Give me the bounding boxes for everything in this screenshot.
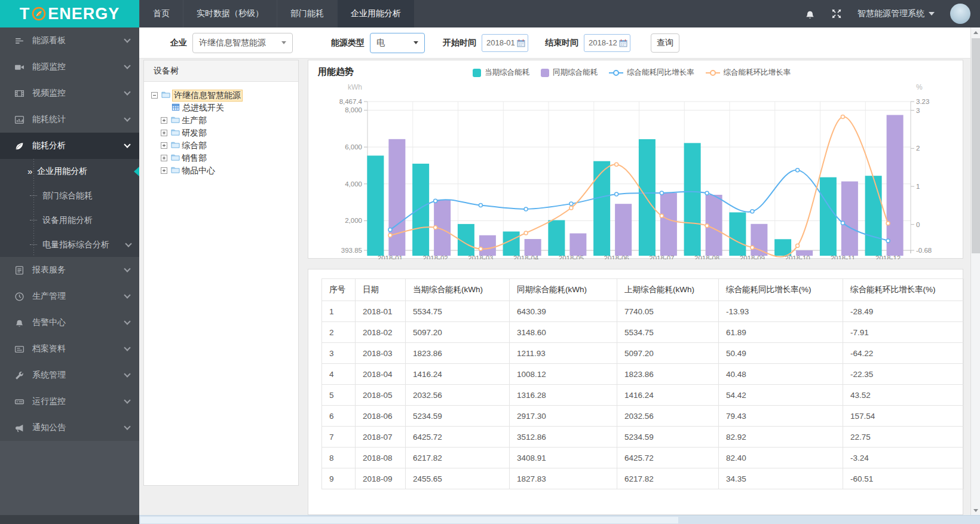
tree-node-0[interactable]: 许继信息智慧能源 <box>151 89 298 102</box>
sidebar-item-3[interactable]: 能耗统计 <box>0 106 139 133</box>
table-row: 62018-065234.592917.302032.5679.43157.54 <box>322 406 964 427</box>
sidebar-item-7[interactable]: 告警中心 <box>0 310 139 336</box>
scroll-up-arrow[interactable] <box>971 27 980 37</box>
tree-node-1[interactable]: 总进线开关 <box>170 102 298 114</box>
folder-icon <box>161 90 170 99</box>
archive-icon <box>14 344 24 354</box>
sidebar-item-4[interactable]: 能耗分析 <box>0 133 139 159</box>
table-cell: 1008.12 <box>510 364 617 385</box>
chevron-down-icon <box>414 41 418 44</box>
tree-node-4[interactable]: 综合部 <box>161 139 298 152</box>
sidebar-item-6[interactable]: 生产管理 <box>0 283 139 310</box>
energy-data-table: 序号日期当期综合能耗(kWh)同期综合能耗(kWh)上期综合能耗(kWh)综合能… <box>321 278 964 489</box>
table-cell: 6217.82 <box>406 448 510 468</box>
start-date-value: 2018-01 <box>486 38 517 47</box>
vertical-scrollbar[interactable] <box>970 27 980 515</box>
fullscreen-icon[interactable] <box>831 8 842 19</box>
energy-type-select[interactable]: 电 <box>370 33 425 53</box>
megaphone-icon <box>14 423 24 433</box>
sidebar-subitem-1[interactable]: 部门综合能耗 <box>0 183 139 208</box>
avatar[interactable] <box>950 4 970 24</box>
device-tree-title: 设备树 <box>144 60 298 82</box>
sidebar-item-10[interactable]: 运行监控 <box>0 388 139 415</box>
tree-expand-minus-icon[interactable] <box>151 92 158 99</box>
table-cell: 2018-08 <box>356 448 406 468</box>
horizontal-scrollbar[interactable] <box>139 515 980 524</box>
sidebar-item-11[interactable]: 通知公告 <box>0 415 139 441</box>
tree-node-label: 生产部 <box>182 115 207 126</box>
nav-item-dept-energy[interactable]: 部门能耗 <box>277 0 337 27</box>
sidebar-item-0[interactable]: 能源看板 <box>0 27 139 54</box>
notification-bell-icon[interactable] <box>804 8 816 20</box>
sidebar-item-5[interactable]: 报表服务 <box>0 257 139 283</box>
table-cell: 1416.24 <box>617 385 719 406</box>
query-button[interactable]: 查询 <box>651 33 679 53</box>
table-cell: 1416.24 <box>406 364 510 385</box>
sidebar-item-label: 能源监控 <box>32 62 125 72</box>
energy-type-label: 能源类型 <box>331 38 365 48</box>
table-cell: 1316.28 <box>510 385 617 406</box>
app-root: TENERGY 首页 实时数据（秒级） 部门能耗 企业用能分析 智慧能源管理系统… <box>0 0 980 524</box>
leaf-icon <box>14 141 24 151</box>
table-header-cell: 综合能耗环比增长率(%) <box>843 279 964 301</box>
svg-text:8,000: 8,000 <box>345 106 362 114</box>
tree-node-label: 销售部 <box>182 153 207 164</box>
user-menu[interactable]: 智慧能源管理系统 <box>858 8 935 19</box>
tree-node-6[interactable]: 物品中心 <box>161 164 298 177</box>
wrench-icon <box>14 370 24 381</box>
sidebar-subitem-2[interactable]: 设备用能分析 <box>0 208 139 232</box>
chevron-down-icon <box>124 344 130 351</box>
sidebar-subitem-3[interactable]: 电量指标综合分析 <box>0 232 139 257</box>
chart-panel: 用能趋势 当期综合能耗同期综合能耗综合能耗同比增长率综合能耗环比增长率 8,46… <box>308 60 963 259</box>
report-icon <box>14 265 24 275</box>
table-cell: 5234.59 <box>406 406 510 427</box>
table-cell: 2032.56 <box>406 385 510 406</box>
chevron-down-icon <box>124 265 130 272</box>
tree-expand-plus-icon[interactable] <box>161 130 167 136</box>
tree-expand-plus-icon[interactable] <box>161 142 167 149</box>
tree-expand-plus-icon[interactable] <box>161 117 167 124</box>
scroll-down-arrow[interactable] <box>971 505 980 515</box>
table-cell: 2018-07 <box>356 427 406 448</box>
tree-node-5[interactable]: 销售部 <box>161 152 298 164</box>
sidebar-item-label: 能源看板 <box>32 35 125 46</box>
tree-expand-plus-icon[interactable] <box>161 167 167 174</box>
vertical-scroll-thumb[interactable] <box>972 38 980 253</box>
table-cell: 6425.72 <box>617 448 719 468</box>
sidebar-item-9[interactable]: 系统管理 <box>0 362 139 388</box>
svg-text:2018-08: 2018-08 <box>694 255 719 259</box>
company-select[interactable]: 许继信息智慧能源 <box>192 33 293 53</box>
table-cell: 5 <box>322 385 356 406</box>
svg-text:2018-12: 2018-12 <box>875 255 901 259</box>
sidebar-item-1[interactable]: 能源监控 <box>0 54 139 80</box>
sidebar-item-2[interactable]: 视频监控 <box>0 80 139 106</box>
nav-item-enterprise-analysis[interactable]: 企业用能分析 <box>337 0 414 27</box>
table-cell: 2 <box>322 322 356 343</box>
svg-text:2018-04: 2018-04 <box>513 255 539 259</box>
sidebar-subitem-0[interactable]: » 企业用能分析 <box>0 159 139 183</box>
table-cell: -64.22 <box>843 343 964 364</box>
sidebar-item-8[interactable]: 档案资料 <box>0 336 139 362</box>
camera-icon <box>14 62 24 72</box>
logo-leaf-icon <box>32 7 46 21</box>
svg-text:%: % <box>916 83 923 91</box>
nav-item-realtime[interactable]: 实时数据（秒级） <box>183 0 277 27</box>
table-cell: 4 <box>322 364 356 385</box>
tree-expand-plus-icon[interactable] <box>161 155 167 161</box>
horizontal-scroll-thumb[interactable] <box>140 517 678 523</box>
tree-node-3[interactable]: 研发部 <box>161 127 298 139</box>
sidebar-filler <box>0 441 139 515</box>
table-cell: -3.24 <box>843 448 964 468</box>
tree-node-2[interactable]: 生产部 <box>161 114 298 127</box>
table-cell: 5234.59 <box>617 427 719 448</box>
table-cell: 3512.86 <box>510 427 617 448</box>
table-header-row: 序号日期当期综合能耗(kWh)同期综合能耗(kWh)上期综合能耗(kWh)综合能… <box>322 279 964 301</box>
end-date-input[interactable]: 2018-12 <box>584 34 630 52</box>
svg-text:0: 0 <box>916 221 920 228</box>
tree-node-label: 综合部 <box>182 140 207 151</box>
svg-text:2018-06: 2018-06 <box>604 255 629 259</box>
logo-text-energy: ENERGY <box>48 5 120 23</box>
start-date-input[interactable]: 2018-01 <box>482 34 528 52</box>
table-cell: -28.49 <box>843 301 964 322</box>
nav-item-home[interactable]: 首页 <box>139 0 183 27</box>
